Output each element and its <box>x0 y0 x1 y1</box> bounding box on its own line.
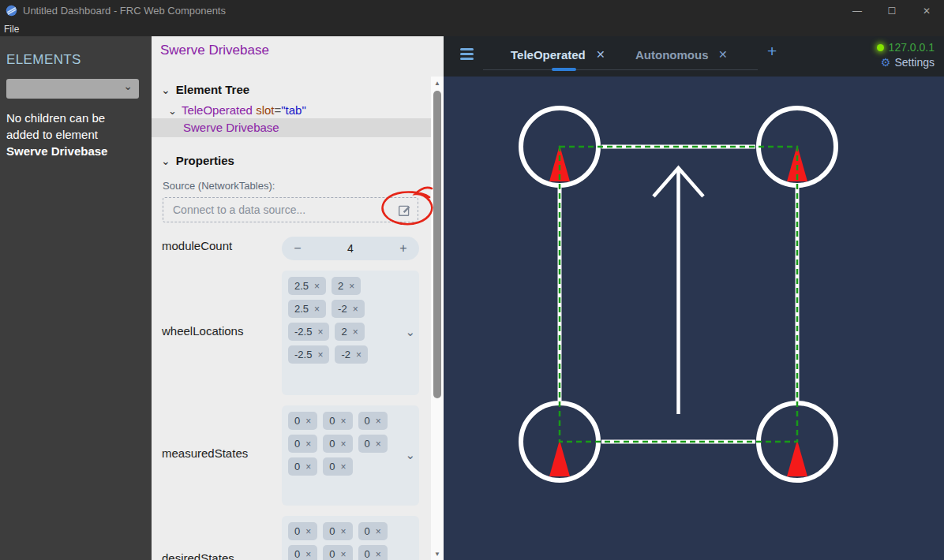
swerve-drivebase-widget[interactable] <box>444 77 944 560</box>
editor-panel: Swerve Drivebase ⌄Element Tree ⌄TeleOper… <box>152 36 444 560</box>
chip-remove-icon[interactable]: × <box>305 526 311 537</box>
tabs-divider <box>483 69 758 70</box>
source-input[interactable]: Connect to a data source... <box>163 197 418 222</box>
value-chip[interactable]: 2× <box>332 277 361 295</box>
selected-element-title: Swerve Drivebase <box>160 43 269 58</box>
value-chip[interactable]: 0× <box>358 522 388 540</box>
chip-row: 0×0×0× <box>288 412 413 430</box>
menu-file[interactable]: File <box>0 22 23 36</box>
chip-remove-icon[interactable]: × <box>314 281 320 292</box>
value-chip[interactable]: 0× <box>323 457 352 476</box>
chip-remove-icon[interactable]: × <box>305 461 311 472</box>
chip-remove-icon[interactable]: × <box>317 349 323 360</box>
measuredstates-chips: ⌄ 0×0×0×0×0×0×0×0× <box>282 405 419 506</box>
tab-teleoperated[interactable]: TeleOperated <box>511 48 586 62</box>
chevron-down-icon: ⌄ <box>123 80 133 92</box>
modulecount-value: 4 <box>313 242 388 255</box>
scroll-down-icon[interactable]: ▼ <box>431 551 444 558</box>
title-bar: Untitled Dashboard - FRC Web Components … <box>0 0 944 21</box>
value-chip[interactable]: 0× <box>323 435 352 453</box>
tab-autonomous-close-icon[interactable]: ✕ <box>718 48 728 61</box>
value-chip[interactable]: 0× <box>358 545 388 560</box>
value-chip[interactable]: 0× <box>288 412 317 430</box>
value-chip[interactable]: -2.5× <box>288 345 329 364</box>
edit-pencil-icon <box>398 203 411 217</box>
app-window: Untitled Dashboard - FRC Web Components … <box>0 0 944 560</box>
tab-teleoperated-close-icon[interactable]: ✕ <box>596 48 605 61</box>
chip-remove-icon[interactable]: × <box>376 526 381 537</box>
chevron-down-icon: ⌄ <box>161 155 170 167</box>
value-chip[interactable]: 2.5× <box>288 277 326 295</box>
value-chip[interactable]: 0× <box>288 435 317 453</box>
close-button[interactable]: ✕ <box>909 0 944 21</box>
chip-remove-icon[interactable]: × <box>376 549 381 560</box>
chip-row: 0×0×0× <box>288 545 413 560</box>
chip-remove-icon[interactable]: × <box>349 281 354 292</box>
dashboard-canvas <box>444 77 944 560</box>
chevron-down-icon[interactable]: ⌄ <box>405 448 415 462</box>
chip-remove-icon[interactable]: × <box>340 526 346 537</box>
chip-row: 0×0× <box>288 457 413 476</box>
window-title: Untitled Dashboard - FRC Web Components <box>23 5 226 17</box>
element-tree-section-header[interactable]: ⌄Element Tree <box>161 83 249 96</box>
tab-autonomous[interactable]: Autonomous <box>635 48 708 62</box>
gear-icon: ⚙ <box>881 56 891 69</box>
chip-remove-icon[interactable]: × <box>353 327 358 338</box>
chip-row: -2.5×2× <box>288 323 413 341</box>
chip-remove-icon[interactable]: × <box>340 461 346 472</box>
connection-address: 127.0.0.1 <box>889 41 935 54</box>
chip-remove-icon[interactable]: × <box>376 416 381 427</box>
chip-remove-icon[interactable]: × <box>340 549 346 560</box>
chip-remove-icon[interactable]: × <box>356 349 361 360</box>
value-chip[interactable]: 0× <box>288 522 317 540</box>
tree-node-swerve-drivebase[interactable]: Swerve Drivebase <box>152 118 431 137</box>
value-chip[interactable]: -2× <box>335 345 368 364</box>
chevron-down-icon[interactable]: ⌄ <box>168 105 177 117</box>
value-chip[interactable]: 2× <box>335 323 364 341</box>
chip-remove-icon[interactable]: × <box>340 439 346 450</box>
chip-remove-icon[interactable]: × <box>340 416 346 427</box>
settings-button[interactable]: ⚙ Settings <box>881 56 935 69</box>
scroll-up-icon[interactable]: ▲ <box>431 80 444 87</box>
chip-row: 0×0×0× <box>288 522 413 540</box>
chip-remove-icon[interactable]: × <box>376 439 381 450</box>
value-chip[interactable]: 0× <box>323 545 352 560</box>
connection-status-icon <box>877 44 884 51</box>
active-tab-underline <box>552 68 576 71</box>
modulecount-stepper: − 4 + <box>282 237 419 260</box>
chip-row: -2.5×-2× <box>288 345 413 364</box>
value-chip[interactable]: -2× <box>332 300 365 318</box>
chip-remove-icon[interactable]: × <box>317 327 323 338</box>
decrement-button[interactable]: − <box>282 241 313 256</box>
chip-remove-icon[interactable]: × <box>353 304 358 315</box>
chip-remove-icon[interactable]: × <box>305 416 311 427</box>
editor-scrollbar[interactable]: ▲ ▼ <box>431 77 444 560</box>
value-chip[interactable]: 0× <box>288 545 317 560</box>
chip-remove-icon[interactable]: × <box>314 304 320 315</box>
value-chip[interactable]: 2.5× <box>288 300 326 318</box>
value-chip[interactable]: 0× <box>358 412 388 430</box>
minimize-button[interactable]: — <box>840 0 875 21</box>
tree-node-teleoperated[interactable]: ⌄TeleOperated slot="tab" <box>168 103 306 117</box>
wheellocations-chips: ⌄ 2.5×2×2.5×-2×-2.5×2×-2.5×-2× <box>282 271 419 395</box>
scrollbar-thumb[interactable] <box>433 91 441 398</box>
properties-section-header[interactable]: ⌄Properties <box>161 154 234 167</box>
element-dropdown[interactable]: ⌄ <box>6 79 139 99</box>
value-chip[interactable]: -2.5× <box>288 323 329 341</box>
chip-remove-icon[interactable]: × <box>305 439 311 450</box>
value-chip[interactable]: 0× <box>323 522 352 540</box>
no-children-message: No children can be added to element Swer… <box>6 110 145 159</box>
edit-source-button[interactable] <box>395 203 413 218</box>
desiredstates-label: desiredStates <box>162 551 234 560</box>
add-tab-button[interactable]: + <box>767 42 777 61</box>
value-chip[interactable]: 0× <box>323 412 352 430</box>
hamburger-menu-icon[interactable] <box>460 48 474 62</box>
dashboard-panel: TeleOperated ✕ Autonomous ✕ + 127.0.0.1 … <box>444 36 944 560</box>
increment-button[interactable]: + <box>388 241 419 256</box>
value-chip[interactable]: 0× <box>288 457 317 476</box>
maximize-button[interactable]: ☐ <box>875 0 909 21</box>
chevron-down-icon[interactable]: ⌄ <box>405 325 415 339</box>
value-chip[interactable]: 0× <box>358 435 388 453</box>
chip-remove-icon[interactable]: × <box>305 549 311 560</box>
menu-bar: File <box>0 21 944 36</box>
